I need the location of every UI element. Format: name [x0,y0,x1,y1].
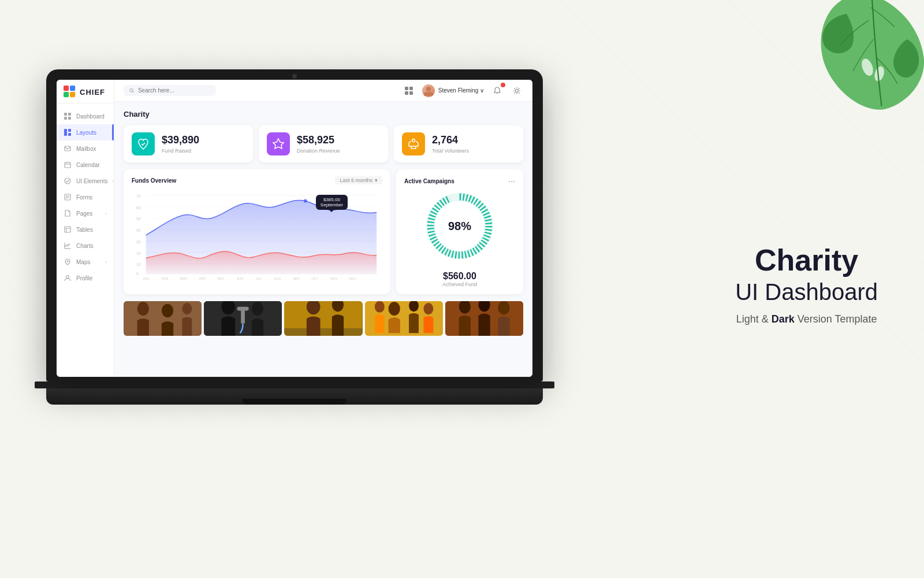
sidebar-item-mailbox[interactable]: Mailbox [57,140,114,157]
active-campaigns-title: Active Campaigns [404,178,454,184]
volunteers-icon-box [402,132,425,155]
fund-raised-label: Fund Raised [162,148,199,154]
donation-revenue-icon-box [267,132,290,155]
sidebar-item-dashboard[interactable]: Dashboard [57,108,114,124]
chart-filter-dropdown[interactable]: Last 6 months ▾ [335,176,382,184]
svg-rect-10 [64,129,67,136]
svg-rect-4 [64,92,69,97]
svg-text:FEB: FEB [161,277,168,280]
funds-chart-header: Funds Overview Last 6 months ▾ [132,176,382,184]
nav-label-layouts: Layouts [76,129,96,136]
donation-revenue-label: Donation Revenue [297,148,340,154]
svg-point-57 [137,302,149,316]
svg-rect-3 [70,86,75,91]
svg-rect-65 [284,301,362,328]
sidebar-item-layouts[interactable]: Layouts [57,124,114,140]
svg-rect-17 [65,227,70,232]
svg-point-70 [375,301,385,313]
main-content: Steven Fleming ∨ [114,80,532,377]
svg-text:30: 30 [136,240,141,244]
svg-point-21 [426,87,431,91]
photo-item-2 [204,301,282,336]
sidebar-item-profile[interactable]: Profile [57,270,114,286]
svg-text:40: 40 [136,228,141,232]
nav-arrow-ui-elements: › [112,179,114,184]
donut-percent: 98% [425,191,494,261]
laptop-base [46,388,543,405]
chart-tooltip: $385.00 September [316,195,348,210]
dashboard-icon [64,112,72,120]
notifications-button[interactable] [491,84,504,97]
monstera-decoration [808,0,924,116]
photo-item-3 [284,301,362,336]
svg-rect-2 [64,86,69,91]
promo-section: Charity UI Dashboard Light & Dark Versio… [735,244,878,325]
photo-item-5 [445,301,523,336]
maps-icon [64,258,72,266]
more-options-button[interactable]: ··· [508,176,515,186]
nav-label-calendar: Calendar [76,162,100,168]
svg-point-73 [423,303,433,314]
fund-raised-icon [136,137,150,151]
nav-arrow-pages: › [105,211,107,216]
svg-rect-8 [64,117,67,120]
svg-text:60: 60 [136,206,141,210]
search-bar[interactable] [124,85,216,96]
svg-text:70: 70 [136,194,141,198]
forms-icon [64,193,72,201]
sidebar-item-forms[interactable]: Forms [57,189,114,205]
fund-raised-icon-box [132,132,155,155]
nav-label-mailbox: Mailbox [76,146,96,152]
laptop-shell: CHIEF Dashboard [46,69,543,405]
bell-icon [493,87,501,95]
sidebar-item-maps[interactable]: Maps › [57,254,114,270]
sidebar-item-calendar[interactable]: Calendar [57,157,114,173]
svg-rect-66 [284,328,362,336]
laptop-mockup: CHIEF Dashboard [46,69,543,486]
tables-icon [64,225,72,234]
volunteers-icon [407,137,420,151]
svg-text:APR: APR [199,277,206,280]
donut-chart: 98% [425,191,494,261]
nav-label-pages: Pages [76,210,92,217]
svg-text:JUL: JUL [256,277,262,280]
svg-rect-12 [68,133,71,136]
svg-rect-11 [68,129,71,132]
stat-card-donation-text: $58,925 Donation Revenue [297,134,340,154]
svg-text:MAY: MAY [218,277,225,280]
nav-label-maps: Maps [76,259,90,265]
user-menu[interactable]: Steven Fleming ∨ [422,84,484,97]
grid-view-button[interactable] [403,84,415,97]
sidebar-navigation: Dashboard Layouts [57,103,114,377]
sidebar-item-charts[interactable]: Charts [57,238,114,254]
svg-text:AUG: AUG [274,277,281,280]
chevron-down-icon: ▾ [375,177,378,183]
sidebar-item-ui-elements[interactable]: UI Elements › [57,173,114,189]
svg-point-15 [65,178,70,184]
svg-rect-13 [65,146,70,151]
svg-point-71 [388,302,400,316]
settings-button[interactable] [511,84,523,97]
notification-badge [501,83,505,87]
svg-point-18 [67,261,69,262]
funds-chart-title: Funds Overview [132,177,176,184]
search-input[interactable] [138,87,210,94]
sidebar: CHIEF Dashboard [57,80,114,377]
donation-revenue-icon [271,137,285,151]
profile-icon [64,274,72,282]
stat-card-fund-raised-text: $39,890 Fund Raised [162,134,199,154]
svg-point-20 [130,88,133,91]
svg-text:20: 20 [136,251,141,255]
stat-card-donation-revenue: $58,925 Donation Revenue [259,125,388,162]
svg-rect-7 [68,113,71,116]
tooltip-month: September [321,202,343,208]
svg-point-19 [66,276,69,279]
laptop-screen: CHIEF Dashboard [57,80,532,377]
donation-revenue-value: $58,925 [297,134,340,147]
chart-filter-label: Last 6 months [340,177,372,183]
sidebar-item-tables[interactable]: Tables [57,221,114,238]
sidebar-item-pages[interactable]: Pages › [57,205,114,221]
volunteers-label: Total Volunteers [432,148,469,154]
sidebar-logo: CHIEF [57,80,114,103]
svg-text:OCT: OCT [311,277,319,280]
